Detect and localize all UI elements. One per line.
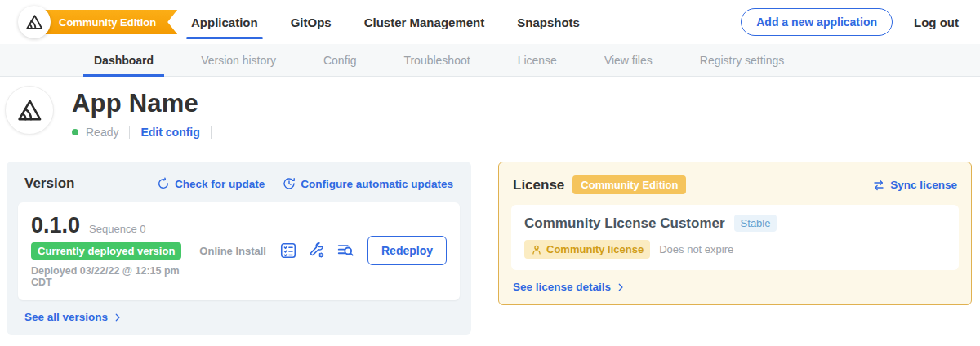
- channel-badge: Stable: [734, 215, 777, 232]
- version-number: 0.1.0: [31, 213, 80, 238]
- chevron-right-icon: [113, 313, 122, 322]
- refresh-icon: [157, 177, 170, 190]
- install-type-label: Online Install: [199, 245, 266, 257]
- tab-gitops[interactable]: GitOps: [291, 0, 332, 44]
- subnav-version-history-label: Version history: [201, 54, 276, 67]
- chevron-right-icon: [616, 282, 626, 292]
- person-icon: [531, 244, 542, 255]
- see-license-details-link[interactable]: See license details: [513, 281, 959, 293]
- deployed-timestamp: Deployed 03/22/22 @ 12:15 pm CDT: [31, 265, 199, 288]
- license-card: License Community Edition Sync license C…: [498, 162, 972, 305]
- deployed-version-info: 0.1.0 Sequence 0 Currently deployed vers…: [31, 213, 199, 288]
- license-card-title: License: [513, 177, 564, 193]
- top-bar: Community Edition Application GitOps Clu…: [0, 0, 980, 44]
- top-navigation: Application GitOps Cluster Management Sn…: [191, 0, 580, 44]
- license-card-header: License Community Edition Sync license: [513, 175, 957, 194]
- subnav-registry-settings[interactable]: Registry settings: [676, 44, 808, 76]
- dashboard-main: Version Check for update Configure autom…: [0, 162, 980, 335]
- configure-automatic-updates-label: Configure automatic updates: [301, 178, 453, 190]
- divider: [129, 126, 130, 139]
- subnav-troubleshoot-label: Troubleshoot: [403, 54, 470, 67]
- expiration-label: Does not expire: [659, 243, 733, 255]
- preflight-checks-icon[interactable]: [279, 242, 297, 260]
- brand-logo-circle: [18, 6, 51, 38]
- sync-arrows-icon: [872, 179, 885, 192]
- tab-application-label: Application: [191, 16, 258, 29]
- customer-row: Community License Customer Stable: [524, 215, 946, 232]
- app-logo-icon: [16, 97, 43, 123]
- currently-deployed-badge: Currently deployed version: [31, 242, 181, 260]
- configure-automatic-updates-link[interactable]: Configure automatic updates: [283, 177, 453, 190]
- license-details-panel: Community License Customer Stable Commun…: [511, 205, 959, 270]
- log-out-link[interactable]: Log out: [914, 16, 959, 29]
- tab-snapshots-label: Snapshots: [517, 16, 580, 29]
- page-title: App Name: [72, 89, 215, 118]
- subnav-license-label: License: [518, 54, 557, 67]
- community-edition-ribbon: Community Edition: [33, 10, 177, 34]
- tab-gitops-label: GitOps: [291, 16, 332, 29]
- app-header-text: App Name Ready Edit config: [72, 86, 215, 139]
- sequence-label: Sequence 0: [89, 223, 145, 235]
- clock-refresh-icon: [283, 177, 296, 190]
- redeploy-button[interactable]: Redeploy: [368, 236, 447, 265]
- app-avatar: [5, 86, 54, 135]
- see-license-details-label: See license details: [513, 281, 611, 293]
- app-status-row: Ready Edit config: [72, 126, 215, 139]
- version-actions: Online Install Redeploy: [199, 236, 447, 265]
- top-bar-right: Add a new application Log out: [741, 8, 959, 36]
- replicated-logo-icon: [24, 13, 44, 31]
- subnav-license[interactable]: License: [494, 44, 581, 76]
- sync-license-label: Sync license: [890, 179, 957, 191]
- version-card-actions: Check for update Configure automatic upd…: [157, 177, 453, 190]
- subnav-view-files-label: View files: [604, 54, 653, 67]
- app-header: App Name Ready Edit config: [0, 86, 980, 139]
- config-wrench-icon[interactable]: [308, 242, 326, 260]
- see-all-versions-link[interactable]: See all versions: [24, 311, 460, 323]
- sync-license-link[interactable]: Sync license: [872, 179, 957, 192]
- community-edition-badge: Community Edition: [572, 175, 686, 194]
- customer-name: Community License Customer: [524, 215, 725, 232]
- version-card: Version Check for update Configure autom…: [7, 162, 471, 335]
- subnav-dashboard[interactable]: Dashboard: [70, 44, 177, 76]
- deployed-version-panel: 0.1.0 Sequence 0 Currently deployed vers…: [18, 202, 460, 300]
- subnav-troubleshoot[interactable]: Troubleshoot: [380, 44, 493, 76]
- community-license-badge: Community license: [524, 240, 650, 259]
- subnav-config[interactable]: Config: [300, 44, 380, 76]
- ready-status-dot: [72, 129, 78, 135]
- license-type-row: Community license Does not expire: [524, 240, 946, 259]
- check-for-update-link[interactable]: Check for update: [157, 177, 265, 190]
- community-license-label: Community license: [546, 243, 644, 255]
- ribbon-label: Community Edition: [59, 16, 156, 29]
- subnav-dashboard-label: Dashboard: [94, 54, 154, 67]
- add-new-application-button[interactable]: Add a new application: [741, 8, 893, 36]
- divider: [211, 126, 212, 139]
- tab-snapshots[interactable]: Snapshots: [517, 0, 580, 44]
- ready-status-label: Ready: [86, 126, 118, 139]
- sub-navigation: Dashboard Version history Config Trouble…: [0, 44, 980, 77]
- tab-cluster-management[interactable]: Cluster Management: [364, 0, 485, 44]
- tab-application[interactable]: Application: [191, 0, 258, 44]
- brand: Community Edition: [0, 0, 178, 44]
- subnav-view-files[interactable]: View files: [581, 44, 676, 76]
- subnav-version-history[interactable]: Version history: [177, 44, 300, 76]
- edit-config-link[interactable]: Edit config: [140, 126, 199, 139]
- version-card-title: Version: [24, 175, 74, 192]
- version-number-row: 0.1.0 Sequence 0: [31, 213, 199, 238]
- view-logs-icon[interactable]: [336, 242, 354, 260]
- check-for-update-label: Check for update: [175, 178, 265, 190]
- see-all-versions-label: See all versions: [24, 311, 108, 323]
- tab-cluster-management-label: Cluster Management: [364, 16, 485, 29]
- subnav-config-label: Config: [323, 54, 356, 67]
- version-card-header: Version Check for update Configure autom…: [24, 175, 453, 192]
- subnav-registry-settings-label: Registry settings: [700, 54, 784, 67]
